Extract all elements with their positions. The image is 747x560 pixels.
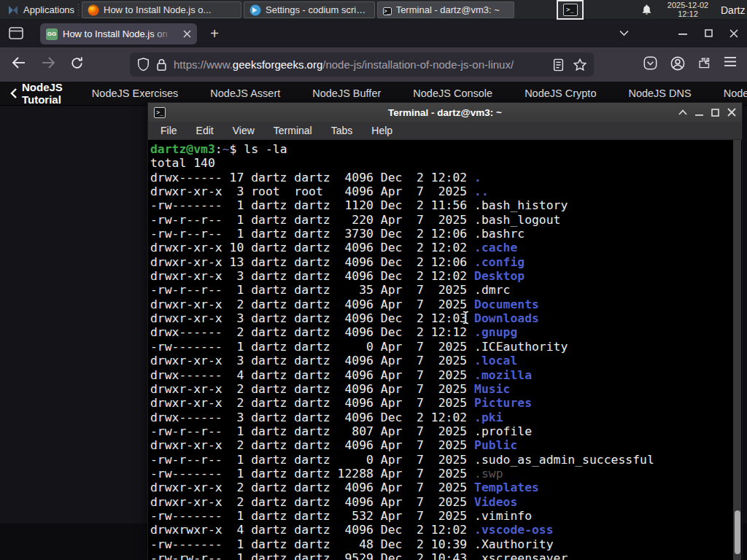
ls-row: drwxr-xr-x 10 dartz dartz 4096 Dec 2 12:… <box>150 241 732 254</box>
prompt-command: $ ls -la <box>230 142 287 156</box>
ls-row: -rw-rw-r-- 1 dartz dartz 9529 Dec 2 10:4… <box>150 551 732 560</box>
close-icon[interactable] <box>727 108 736 117</box>
ls-row: drwx------ 3 dartz dartz 4096 Dec 2 12:0… <box>150 411 732 424</box>
top-panel: Applications ⋮⋮ How to Install Node.js o… <box>0 0 747 20</box>
codium-icon <box>249 4 261 16</box>
ls-row: drwxr-xr-x 3 dartz dartz 4096 Apr 7 2025… <box>150 354 732 368</box>
reload-icon[interactable] <box>70 56 84 70</box>
browser-tab-active[interactable]: GG How to Install Node.js on <box>40 23 197 44</box>
terminal-icon: >_ <box>563 4 578 16</box>
taskbar-window-button[interactable]: >_Terminal - dartz@vm3: ~ <box>377 1 514 18</box>
ls-row: drwxr-xr-x 3 root root 4096 Apr 7 2025 .… <box>150 184 732 198</box>
subnav-link[interactable]: NodeJS DNS <box>628 88 691 99</box>
taskbar-window-button[interactable]: Settings - codium script... <box>244 1 375 18</box>
url-text: https://www.geeksforgeeks.org/node-js/in… <box>174 58 514 71</box>
tab-title: How to Install Node.js on <box>63 28 172 39</box>
directory-name: .. <box>474 184 489 198</box>
directory-name: Downloads <box>474 311 539 325</box>
ls-row: drwxr-xr-x 2 dartz dartz 4096 Apr 7 2025… <box>150 298 732 311</box>
panel-clock[interactable]: 2025-12-02 12:12 <box>661 1 715 18</box>
ls-row: drwxr-xr-x 2 dartz dartz 4096 Apr 7 2025… <box>150 382 732 396</box>
notification-bell-icon[interactable] <box>640 4 653 16</box>
taskbar-window-title: How to Install Node.js o... <box>104 4 211 15</box>
subnav-link[interactable]: NodeJS Assert <box>210 88 280 99</box>
panel-user-label[interactable]: Dartz <box>721 4 745 16</box>
back-icon[interactable] <box>12 56 26 69</box>
nav-back-tutorial[interactable]: NodeJS Tutorial <box>10 81 63 106</box>
menu-tabs[interactable]: Tabs <box>323 123 361 138</box>
directory-name: Public <box>474 438 517 452</box>
subnav-links: NodeJS ExercisesNodeJS AssertNodeJS Buff… <box>92 88 747 99</box>
terminal-scrollbar-thumb[interactable] <box>735 510 740 554</box>
menu-file[interactable]: File <box>152 123 185 138</box>
menu-edit[interactable]: Edit <box>188 123 222 138</box>
url-bar[interactable]: https://www.geeksforgeeks.org/node-js/in… <box>130 52 594 77</box>
subnav-link[interactable]: NodeJS Exercises <box>92 88 178 99</box>
subnav-link[interactable]: NodeJS Console <box>413 88 492 99</box>
subnav-link[interactable]: NodeJS Buffer <box>312 88 381 99</box>
terminal-titlebar[interactable]: >_ Terminal - dartz@vm3: ~ <box>148 103 742 122</box>
directory-name: Music <box>474 382 510 396</box>
desktop: Applications ⋮⋮ How to Install Node.js o… <box>0 0 747 560</box>
menu-help[interactable]: Help <box>363 123 400 138</box>
ls-row: -rw-r--r-- 1 dartz dartz 35 Apr 7 2025 .… <box>150 283 732 297</box>
menu-hamburger-icon[interactable] <box>724 56 737 67</box>
directory-name: .local <box>474 354 517 368</box>
firefox-icon <box>88 4 99 16</box>
file-name: .profile <box>474 424 532 438</box>
ls-row: -rw------- 1 dartz dartz 0 Apr 7 2025 .I… <box>150 340 732 354</box>
account-icon[interactable] <box>670 56 685 71</box>
lock-icon[interactable] <box>156 58 167 71</box>
tracking-shield-icon[interactable] <box>137 58 150 71</box>
list-tabs-chevron-icon[interactable] <box>619 30 629 36</box>
new-tab-button[interactable]: + <box>206 26 222 41</box>
taskbar-window-button[interactable]: How to Install Node.js o... <box>82 1 241 18</box>
ls-row: drwxr-xr-x 2 dartz dartz 4096 Apr 7 2025… <box>150 481 732 494</box>
prompt-user-host: dartz@vm3 <box>150 142 215 156</box>
ls-row: drwxr-xr-x 2 dartz dartz 4096 Apr 7 2025… <box>150 396 732 410</box>
bookmark-star-icon[interactable] <box>573 58 587 71</box>
tab-bar: GG How to Install Node.js on + <box>0 20 747 47</box>
directory-name: Documents <box>474 298 539 311</box>
ls-row: -rw------- 1 dartz dartz 12288 Apr 7 202… <box>150 467 732 481</box>
ls-row: drwx------ 17 dartz dartz 4096 Dec 2 12:… <box>150 171 732 184</box>
ls-row: drwxr-xr-x 3 dartz dartz 4096 Dec 2 12:0… <box>150 311 732 325</box>
tab-close-icon[interactable] <box>183 30 191 38</box>
file-name: .dmrc <box>474 283 510 297</box>
file-name: .sudo_as_admin_successful <box>474 453 654 467</box>
ls-row: -rw-r--r-- 1 dartz dartz 3730 Dec 2 12:0… <box>150 227 732 241</box>
terminal-scrollbar-track[interactable] <box>733 140 741 560</box>
ls-listing: drwx------ 17 dartz dartz 4096 Dec 2 12:… <box>150 171 732 560</box>
rollup-icon[interactable] <box>678 109 687 115</box>
window-minimize-icon[interactable] <box>678 34 687 36</box>
window-maximize-icon[interactable] <box>705 29 713 37</box>
terminal-output[interactable]: dartz@vm3:~$ ls -la total 140 drwx------… <box>148 140 742 560</box>
terminal-title: Terminal - dartz@vm3: ~ <box>148 107 742 118</box>
file-name: .ICEauthority <box>474 340 568 354</box>
window-close-icon[interactable] <box>729 29 738 38</box>
reader-view-icon[interactable] <box>553 58 564 71</box>
ls-row: -rw-r--r-- 1 dartz dartz 220 Apr 7 2025 … <box>150 213 732 227</box>
terminal-launcher-button[interactable]: >_ <box>557 0 584 20</box>
minimize-icon[interactable] <box>695 109 703 116</box>
subnav-link[interactable]: Node <box>724 88 747 99</box>
firefox-view-icon[interactable] <box>9 27 23 39</box>
menu-view[interactable]: View <box>225 123 263 138</box>
forward-icon[interactable] <box>41 56 55 69</box>
maximize-icon[interactable] <box>711 109 719 117</box>
url-path: /node-js/installation-of-node-js-on-linu… <box>322 58 514 71</box>
subnav-link[interactable]: NodeJS Crypto <box>525 88 596 99</box>
directory-name: Templates <box>474 481 539 494</box>
geeksforgeeks-favicon: GG <box>46 28 58 40</box>
menu-terminal[interactable]: Terminal <box>266 123 320 138</box>
applications-menu-button[interactable]: Applications <box>1 0 80 20</box>
pocket-icon[interactable] <box>643 56 657 70</box>
chevron-left-icon <box>10 88 17 98</box>
ls-row: -rw------- 1 dartz dartz 48 Dec 2 10:39 … <box>150 537 732 551</box>
extensions-puzzle-icon[interactable] <box>697 56 711 70</box>
ls-row: -rw-r--r-- 1 dartz dartz 807 Apr 7 2025 … <box>150 424 732 438</box>
ls-row: drwxr-xr-x 2 dartz dartz 4096 Apr 7 2025… <box>150 495 732 509</box>
directory-name: Pictures <box>474 396 532 410</box>
directory-name: .config <box>474 255 525 269</box>
directory-name: .mozilla <box>474 368 532 382</box>
